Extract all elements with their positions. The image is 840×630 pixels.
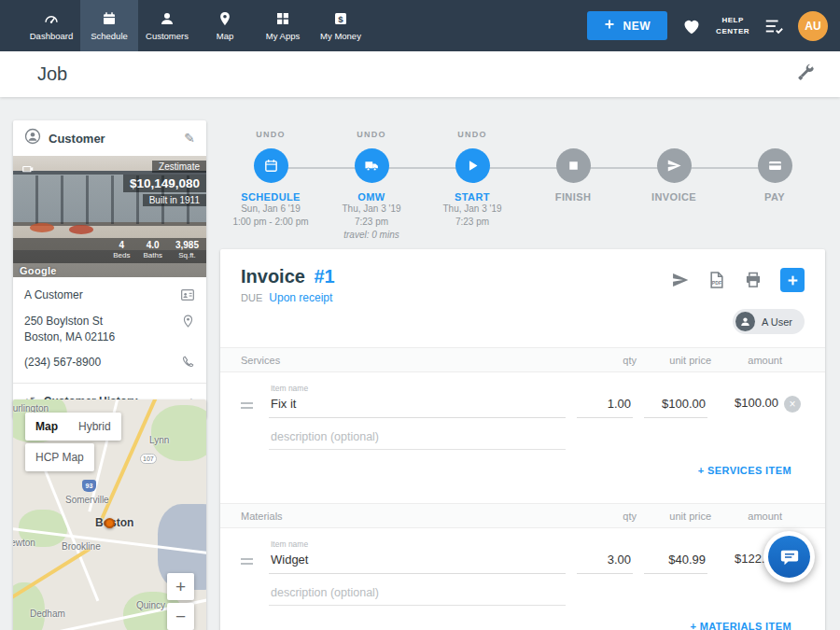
edit-customer-pencil-icon[interactable]: ✎ (184, 131, 195, 146)
phone-icon[interactable] (176, 355, 195, 369)
step-time: 1:00 pm - 2:00 pm (232, 216, 308, 229)
chat-bubble-icon (768, 536, 810, 578)
add-invoice-button[interactable] (780, 268, 805, 292)
job-location-marker[interactable] (105, 518, 115, 528)
stepper-step-schedule: UNDO SCHEDULE Sun, Jan 6 '19 1:00 pm - 2… (220, 125, 321, 242)
material-item-name-input[interactable] (269, 551, 566, 574)
remove-service-item-button[interactable]: × (784, 396, 801, 413)
map-label: Dedham (30, 609, 65, 619)
services-section-header: Services qty unit price amount (220, 347, 825, 372)
help-center-link[interactable]: HELP CENTER (716, 15, 749, 35)
zoom-in-button[interactable]: + (167, 573, 194, 600)
finish-step-button[interactable] (556, 148, 591, 183)
print-icon[interactable] (744, 271, 763, 289)
service-amount: $100.00 (707, 396, 778, 418)
new-button[interactable]: NEW (587, 11, 668, 40)
step-travel: travel: 0 mins (343, 229, 399, 242)
streetview-flag-icon[interactable] (21, 163, 35, 180)
drag-handle[interactable] (241, 402, 253, 409)
activity-list-icon[interactable] (763, 16, 784, 36)
invoice-step-button[interactable] (657, 148, 692, 183)
avatar-initials: AU (805, 20, 820, 33)
customers-icon (159, 10, 175, 27)
customer-card-header: Customer ✎ (13, 120, 206, 156)
nav-item-dashboard[interactable]: Dashboard (22, 0, 80, 51)
page-header: Job (0, 51, 840, 97)
map-label: Newton (13, 538, 35, 548)
nav-label: Dashboard (30, 31, 73, 41)
nav-items: Dashboard Schedule Customers Map (0, 0, 370, 51)
address-pin-icon[interactable] (176, 314, 195, 329)
nav-item-customers[interactable]: Customers (138, 0, 196, 51)
nav-right: NEW HELP CENTER AU (587, 0, 840, 51)
schedule-step-button[interactable] (254, 148, 288, 183)
step-label: OMW (357, 191, 385, 203)
top-nav: Dashboard Schedule Customers Map (0, 0, 840, 51)
add-services-item-link[interactable]: + SERVICES ITEM (698, 465, 791, 476)
schedule-icon (101, 10, 118, 27)
google-watermark: Google (20, 265, 57, 276)
amount-column-header: amount (711, 511, 782, 522)
send-invoice-icon[interactable] (671, 271, 690, 289)
map-type-hybrid-button[interactable]: Hybrid (68, 413, 121, 441)
plus-icon (604, 19, 615, 33)
nav-item-schedule[interactable]: Schedule (80, 0, 138, 51)
step-label: SCHEDULE (241, 191, 301, 203)
service-description-input[interactable] (269, 426, 566, 450)
customer-address: 250 Boylston St Boston, MA 02116 (24, 314, 176, 345)
job-tools-icon[interactable] (796, 63, 816, 86)
start-step-button[interactable] (455, 148, 490, 183)
section-name: Materials (241, 511, 569, 522)
nav-item-my-money[interactable]: $ My Money (312, 0, 370, 51)
user-avatar[interactable]: AU (798, 11, 828, 41)
map-park (13, 582, 45, 630)
material-qty-input[interactable] (577, 551, 633, 574)
customer-card-title: Customer (49, 132, 176, 146)
apps-grid-icon (274, 10, 291, 27)
svg-text:$: $ (338, 14, 343, 24)
qty-column-header: qty (569, 355, 637, 366)
customer-card: Customer ✎ Zestimate $10,149,080 Built i… (13, 120, 206, 418)
pay-step-button[interactable] (758, 148, 792, 183)
material-description-input[interactable] (269, 581, 566, 606)
drag-handle[interactable] (241, 558, 253, 565)
chat-fab-button[interactable] (763, 531, 815, 582)
beds-stat: 4 Beds (113, 240, 130, 260)
map-label: Somerville (65, 495, 109, 505)
interstate-shield-93: 93 (82, 480, 96, 492)
service-qty-input[interactable] (577, 395, 633, 418)
contact-card-icon[interactable] (176, 287, 195, 302)
undo-omw-link[interactable]: UNDO (357, 130, 385, 141)
storefront-detail (30, 223, 54, 232)
service-unit-price-input[interactable] (644, 395, 707, 418)
add-materials-item-link[interactable]: + MATERIALS ITEM (690, 621, 791, 630)
service-item-row: Item name $100.00 × (220, 372, 825, 418)
undo-start-link[interactable]: UNDO (457, 130, 486, 141)
qty-column-header: qty (569, 511, 637, 522)
map-type-buttons: Map Hybrid (25, 413, 121, 441)
nav-item-my-apps[interactable]: My Apps (254, 0, 312, 51)
referrals-heart-icon[interactable] (681, 16, 702, 36)
nav-item-map[interactable]: Map (196, 0, 254, 51)
invoice-title: Invoice (241, 266, 305, 287)
material-unit-price-input[interactable] (644, 551, 707, 574)
pdf-icon[interactable]: PDF (707, 271, 726, 289)
assigned-user-chip[interactable]: A User (733, 309, 805, 334)
help-line2: CENTER (716, 26, 749, 36)
step-label: FINISH (555, 191, 591, 203)
map-park (151, 405, 206, 461)
due-terms-link[interactable]: Upon receipt (269, 291, 332, 304)
map-type-map-button[interactable]: Map (25, 413, 68, 441)
property-stats: 4 Beds 4.0 Baths 3,985 Sq.ft. (13, 238, 206, 263)
zoom-out-button[interactable]: − (167, 603, 194, 630)
section-name: Services (241, 355, 569, 366)
undo-schedule-link[interactable]: UNDO (256, 130, 285, 141)
omw-step-button[interactable] (355, 148, 389, 183)
due-label: DUE (241, 292, 262, 303)
service-item-name-input[interactable] (269, 395, 566, 418)
sqft-stat: 3,985 Sq.ft. (175, 240, 199, 260)
materials-section-header: Materials qty unit price amount (220, 503, 825, 528)
dashboard-icon (43, 10, 60, 27)
hcp-map-button[interactable]: HCP Map (25, 443, 94, 471)
amount-column-header: amount (711, 355, 782, 366)
